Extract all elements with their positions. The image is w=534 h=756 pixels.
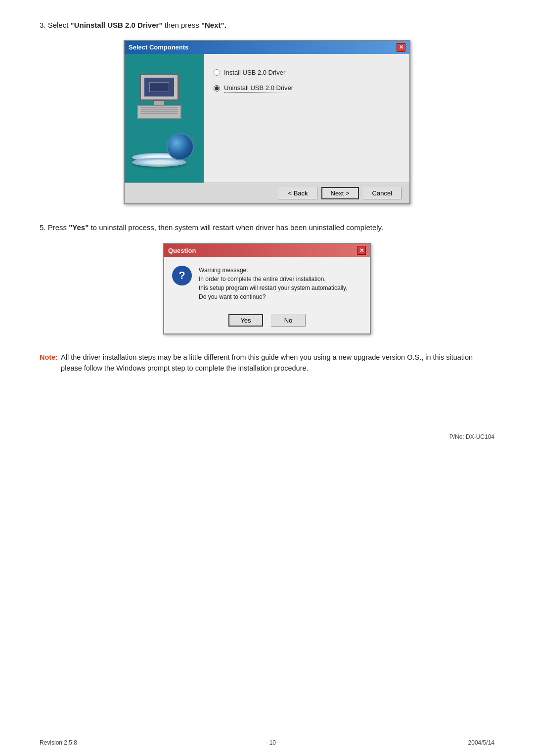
question-icon: ? [172,266,192,285]
step3-bold1: "Uninstall USB 2.0 Driver" [71,21,163,29]
note-section: Note: All the driver installation steps … [40,352,494,374]
step3-bold2: "Next". [201,21,226,29]
select-components-close-button[interactable]: ✕ [397,43,405,52]
computer-base [137,105,181,119]
cancel-button[interactable]: Cancel [363,187,401,199]
warning-line1: Warning message: [199,266,348,275]
monitor-screen-inner [149,82,169,92]
footer-revision: Revision 2.5.8 [40,739,77,746]
install-option-label: Install USB 2.0 Driver [224,69,285,76]
note-label: Note: [40,352,58,374]
warning-line3: this setup program will restart your sys… [199,284,348,292]
uninstall-option[interactable]: Uninstall USB 2.0 Driver [214,84,400,93]
question-body: ? Warning message: In order to complete … [164,257,370,310]
warning-line4: Do you want to continue? [199,292,348,301]
monitor-icon [139,74,179,101]
page-footer: Revision 2.5.8 - 10 - 2004/5/14 [0,739,534,746]
question-message: Warning message: In order to complete th… [199,266,348,301]
uninstall-radio[interactable] [214,85,220,92]
yes-button[interactable]: Yes [228,314,263,327]
footer-date: 2004/5/14 [468,739,494,746]
next-button[interactable]: Next > [321,187,359,199]
step5-bold: "Yes" [69,223,89,232]
no-button[interactable]: No [271,314,306,327]
monitor-screen [144,78,174,96]
select-components-dialog: Select Components ✕ [124,40,410,204]
note-text: All the driver installation steps may be… [61,352,494,374]
computer-line-4 [140,113,178,114]
monitor-stand [154,101,164,105]
select-components-options: Install USB 2.0 Driver Uninstall USB 2.0… [204,54,409,183]
step5-prefix: 5. Press [40,223,69,232]
question-title-bar: Question ✕ [164,244,370,257]
question-title: Question [168,247,196,254]
question-dialog-wrapper: Question ✕ ? Warning message: In order t… [40,243,494,334]
computer-line-1 [140,107,178,108]
computer-illustration-panel [125,54,204,183]
question-dialog: Question ✕ ? Warning message: In order t… [163,243,371,334]
select-components-title: Select Components [129,44,188,51]
select-components-footer: < Back Next > Cancel [125,183,409,203]
computer-illustration [132,69,196,168]
step3-middle: then press [163,21,201,29]
step5-instruction: 5. Press "Yes" to uninstall process, the… [40,222,494,234]
back-button[interactable]: < Back [278,187,317,199]
question-close-button[interactable]: ✕ [357,246,366,255]
computer-line-2 [140,109,178,110]
question-buttons: Yes No [164,310,370,333]
select-components-body: Install USB 2.0 Driver Uninstall USB 2.0… [125,54,409,183]
uninstall-option-label: Uninstall USB 2.0 Driver [224,84,293,93]
pno-line: P/No: DX-UC104 [40,433,494,440]
computer-line-3 [140,111,178,112]
select-components-dialog-wrapper: Select Components ✕ [40,40,494,204]
select-components-title-bar: Select Components ✕ [125,41,409,54]
install-option[interactable]: Install USB 2.0 Driver [214,69,400,76]
step3-prefix: 3. Select [40,21,71,29]
globe-icon [167,133,194,160]
step5-suffix: to uninstall process, then system will r… [89,223,383,232]
install-radio[interactable] [214,69,220,76]
step3-instruction: 3. Select "Uninstall USB 2.0 Driver" the… [40,20,494,31]
warning-line2: In order to complete the entire driver i… [199,275,348,284]
footer-page: - 10 - [266,739,279,746]
